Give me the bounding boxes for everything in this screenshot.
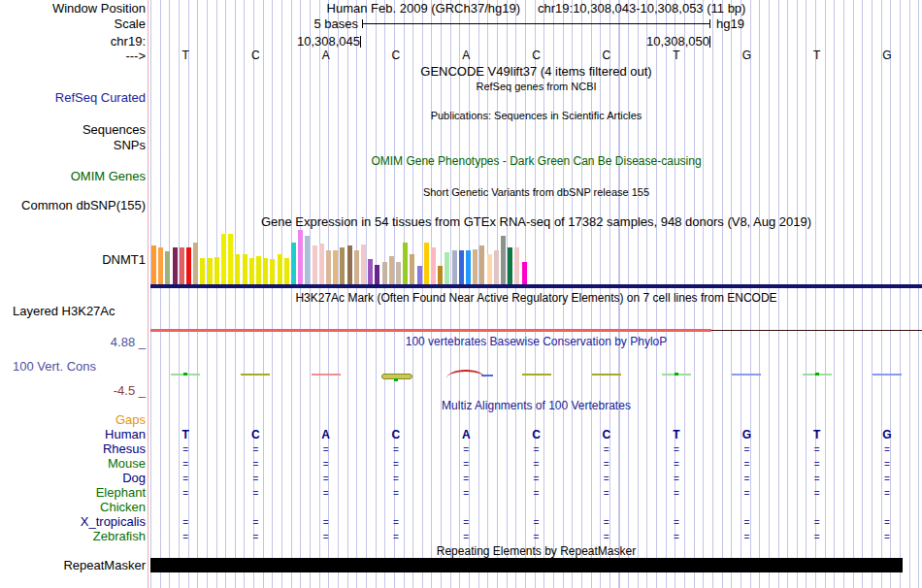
gtex-gene-model-bar[interactable] [150, 284, 922, 288]
gtex-tissue-bar[interactable] [389, 256, 394, 284]
gtex-tissue-bar[interactable] [382, 262, 387, 284]
strand-arrow-label[interactable]: ---> [0, 49, 146, 63]
gtex-tissue-bar[interactable] [305, 236, 310, 284]
sequence-base: C [361, 49, 431, 62]
gtex-tissue-bar[interactable] [319, 244, 324, 284]
gtex-tissue-bar[interactable] [270, 259, 275, 284]
multiz-track-title[interactable]: Multiz Alignments of 100 Vertebrates [150, 400, 922, 412]
gtex-gene-label[interactable]: DNMT1 [0, 253, 146, 267]
phylop-track-label[interactable]: 100 Vert. Cons [13, 360, 96, 374]
multiz-human-base: C [572, 429, 642, 441]
gtex-tissue-bar[interactable] [368, 259, 373, 284]
gtex-tissue-bar[interactable] [298, 230, 303, 284]
multiz-align-mark: = [781, 445, 851, 455]
gtex-tissue-bar[interactable] [424, 243, 429, 284]
multiz-align-mark: = [150, 489, 220, 499]
gtex-tissue-bar[interactable] [375, 265, 379, 284]
publications-track-title[interactable]: Publications: Sequences in Scientific Ar… [150, 110, 922, 121]
multiz-align-mark: = [431, 533, 501, 542]
refseq-curated-label[interactable]: RefSeq Curated [0, 91, 146, 105]
gtex-tissue-bar[interactable] [158, 247, 163, 284]
h3k27ac-signal-line[interactable] [150, 329, 711, 332]
multiz-species-label-human[interactable]: Human [0, 428, 146, 441]
gtex-tissue-bar[interactable] [494, 250, 499, 284]
refseq-track-title[interactable]: RefSeq genes from NCBI [150, 81, 922, 92]
phylop-track-title[interactable]: 100 vertebrates Basewise Conservation by… [150, 336, 922, 348]
h3k27ac-signal-line-dark[interactable] [711, 330, 922, 331]
multiz-align-mark: = [781, 474, 851, 484]
gtex-tissue-bar[interactable] [340, 247, 345, 284]
gtex-tissue-bar[interactable] [417, 266, 422, 284]
gtex-tissue-bar[interactable] [151, 245, 156, 284]
multiz-species-label-mouse[interactable]: Mouse [0, 457, 146, 471]
gtex-tissue-bar[interactable] [180, 247, 184, 284]
gtex-tissue-bar[interactable] [249, 258, 254, 284]
snps-label[interactable]: SNPs [0, 139, 146, 152]
multiz-align-mark: = [852, 460, 922, 470]
multiz-species-label-dog[interactable]: Dog [0, 472, 146, 485]
dbsnp-track-title[interactable]: Short Genetic Variants from dbSNP releas… [150, 186, 922, 198]
multiz-species-label-rhesus[interactable]: Rhesus [0, 442, 146, 456]
gtex-tissue-bar[interactable] [208, 258, 213, 284]
gtex-tissue-bar[interactable] [438, 266, 443, 284]
multiz-species-label-elephant[interactable]: Elephant [0, 486, 146, 500]
gtex-tissue-bar[interactable] [214, 257, 219, 284]
gtex-tissue-bar[interactable] [326, 250, 331, 284]
gtex-tissue-bar[interactable] [165, 251, 170, 284]
gtex-tissue-bar[interactable] [221, 234, 226, 284]
gtex-tissue-bar[interactable] [396, 262, 401, 284]
gtex-tissue-bar[interactable] [186, 247, 191, 284]
multiz-species-label-chicken[interactable]: Chicken [0, 501, 146, 514]
gtex-tissue-bar[interactable] [431, 247, 436, 284]
gtex-tissue-bar[interactable] [487, 254, 492, 284]
gtex-tissue-bar[interactable] [361, 245, 366, 284]
gtex-tissue-bar[interactable] [284, 258, 289, 284]
gtex-tissue-bar[interactable] [291, 243, 296, 284]
h3k27ac-track-title[interactable]: H3K27Ac Mark (Often Found Near Active Re… [150, 292, 922, 305]
gtex-tissue-bar[interactable] [459, 250, 464, 284]
gtex-tissue-bar[interactable] [173, 247, 178, 284]
gtex-tissue-bar[interactable] [501, 236, 506, 284]
sequences-label[interactable]: Sequences [0, 123, 146, 137]
gtex-tissue-bar[interactable] [410, 254, 414, 284]
gtex-tissue-bar[interactable] [473, 249, 477, 284]
gtex-tissue-bar[interactable] [452, 250, 457, 284]
gtex-tissue-bar[interactable] [200, 258, 205, 284]
position-text: chr19:10,308,043-10,308,053 (11 bp) [538, 2, 745, 16]
multiz-align-mark: = [361, 533, 431, 542]
gtex-tissue-bar[interactable] [263, 258, 268, 284]
multiz-species-label-gaps[interactable]: Gaps [0, 413, 146, 427]
repeatmasker-label[interactable]: RepeatMasker [0, 559, 146, 572]
omim-track-title[interactable]: OMIM Gene Phenotypes - Dark Green Can Be… [150, 155, 922, 168]
gtex-tissue-bar[interactable] [508, 247, 512, 284]
gtex-tissue-bar[interactable] [514, 247, 519, 284]
gtex-tissue-bar[interactable] [235, 254, 240, 284]
gtex-tissue-bar[interactable] [278, 254, 282, 284]
gtex-tissue-bar[interactable] [522, 262, 527, 284]
gtex-tissue-bar[interactable] [466, 250, 471, 284]
gtex-tissue-bar[interactable] [243, 254, 247, 284]
gtex-tissue-bar[interactable] [333, 250, 338, 284]
gtex-tissue-bar[interactable] [228, 234, 233, 284]
phylop-mark-tail [481, 375, 493, 376]
multiz-align-mark: = [361, 445, 431, 455]
layered-h3k27ac-label[interactable]: Layered H3K27Ac [13, 305, 115, 318]
gencode-track-title[interactable]: GENCODE V49lift37 (4 items filtered out) [150, 65, 922, 79]
gtex-tissue-bar[interactable] [256, 256, 261, 284]
common-dbsnp-label[interactable]: Common dbSNP(155) [0, 199, 146, 212]
multiz-species-label-zebrafish[interactable]: Zebrafish [0, 530, 146, 543]
multiz-align-mark: = [431, 460, 501, 470]
gtex-track-title[interactable]: Gene Expression in 54 tissues from GTEx … [150, 215, 922, 229]
gtex-tissue-bar[interactable] [403, 243, 408, 284]
gtex-tissue-bar[interactable] [313, 245, 317, 284]
gtex-tissue-bar[interactable] [347, 245, 352, 284]
gtex-tissue-bar[interactable] [193, 243, 198, 284]
gtex-tissue-bar[interactable] [479, 245, 484, 284]
gtex-tissue-bar[interactable] [354, 250, 359, 284]
gtex-tissue-bar[interactable] [445, 252, 449, 284]
repeatmasker-element-bar[interactable] [150, 558, 903, 572]
multiz-species-label-x_tropicalis[interactable]: X_tropicalis [0, 515, 146, 529]
repeatmasker-track-title[interactable]: Repeating Elements by RepeatMasker [150, 545, 922, 558]
gtex-barchart[interactable] [151, 230, 532, 284]
omim-genes-label[interactable]: OMIM Genes [0, 170, 146, 183]
